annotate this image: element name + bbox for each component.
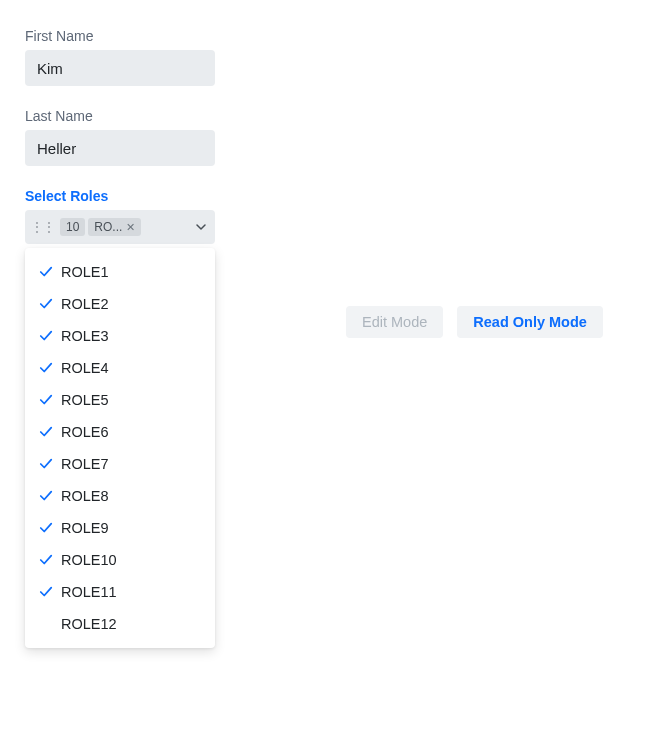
roles-group: Select Roles ⋮⋮ 10 RO... ✕ ROLE1ROLE2ROL… (25, 188, 657, 244)
roles-option-label: ROLE8 (61, 488, 109, 504)
mode-buttons: Edit Mode Read Only Mode (346, 306, 603, 338)
roles-label: Select Roles (25, 188, 657, 204)
roles-option[interactable]: ROLE12 (25, 608, 215, 640)
roles-option-label: ROLE11 (61, 584, 117, 600)
roles-option-label: ROLE3 (61, 328, 109, 344)
check-icon (39, 265, 53, 279)
roles-tags: ⋮⋮ 10 RO... ✕ (31, 218, 141, 236)
chevron-down-icon (195, 221, 207, 233)
roles-option[interactable]: ROLE2 (25, 288, 215, 320)
roles-dropdown: ROLE1ROLE2ROLE3ROLE4ROLE5ROLE6ROLE7ROLE8… (25, 248, 215, 648)
edit-mode-button[interactable]: Edit Mode (346, 306, 443, 338)
first-name-input[interactable] (25, 50, 215, 86)
roles-option[interactable]: ROLE9 (25, 512, 215, 544)
roles-option-label: ROLE10 (61, 552, 117, 568)
check-icon (39, 489, 53, 503)
roles-option-label: ROLE4 (61, 360, 109, 376)
tag-remove-icon[interactable]: ✕ (126, 221, 135, 234)
roles-tag: RO... ✕ (88, 218, 141, 236)
roles-option-label: ROLE9 (61, 520, 109, 536)
roles-count-badge: 10 (60, 218, 85, 236)
check-icon (39, 617, 53, 631)
roles-option-label: ROLE7 (61, 456, 109, 472)
last-name-label: Last Name (25, 108, 657, 124)
roles-option-label: ROLE12 (61, 616, 117, 632)
first-name-label: First Name (25, 28, 657, 44)
read-only-mode-button[interactable]: Read Only Mode (457, 306, 603, 338)
roles-control[interactable]: ⋮⋮ 10 RO... ✕ (25, 210, 215, 244)
check-icon (39, 457, 53, 471)
roles-option-label: ROLE6 (61, 424, 109, 440)
check-icon (39, 521, 53, 535)
check-icon (39, 361, 53, 375)
roles-option[interactable]: ROLE6 (25, 416, 215, 448)
roles-tag-text: RO... (94, 220, 122, 234)
roles-option-label: ROLE5 (61, 392, 109, 408)
last-name-group: Last Name (25, 108, 657, 166)
drag-handle-icon: ⋮⋮ (31, 220, 55, 234)
roles-option-label: ROLE2 (61, 296, 109, 312)
roles-option[interactable]: ROLE5 (25, 384, 215, 416)
check-icon (39, 553, 53, 567)
roles-option-label: ROLE1 (61, 264, 109, 280)
roles-option[interactable]: ROLE10 (25, 544, 215, 576)
roles-option[interactable]: ROLE1 (25, 256, 215, 288)
roles-option[interactable]: ROLE8 (25, 480, 215, 512)
roles-multiselect: ⋮⋮ 10 RO... ✕ ROLE1ROLE2ROLE3ROLE4ROLE5R… (25, 210, 215, 244)
roles-option[interactable]: ROLE4 (25, 352, 215, 384)
check-icon (39, 425, 53, 439)
last-name-input[interactable] (25, 130, 215, 166)
check-icon (39, 329, 53, 343)
roles-option[interactable]: ROLE11 (25, 576, 215, 608)
check-icon (39, 585, 53, 599)
check-icon (39, 297, 53, 311)
roles-option[interactable]: ROLE3 (25, 320, 215, 352)
first-name-group: First Name (25, 28, 657, 86)
check-icon (39, 393, 53, 407)
roles-option[interactable]: ROLE7 (25, 448, 215, 480)
